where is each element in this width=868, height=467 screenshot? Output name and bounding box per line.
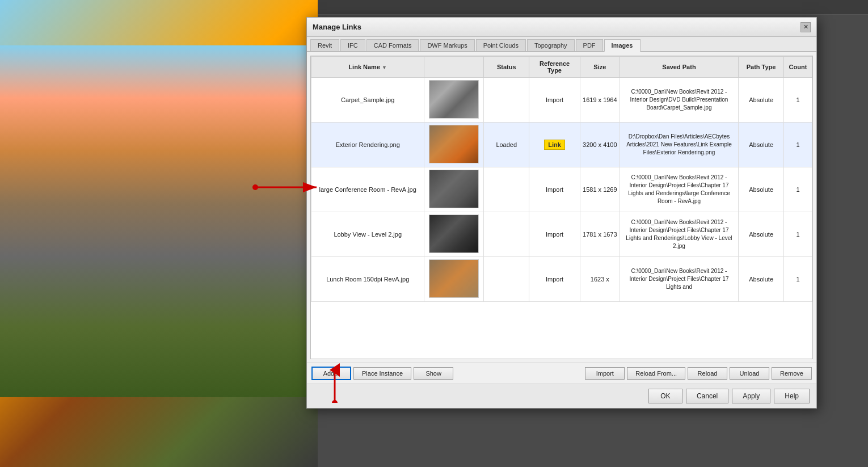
- col-header-path-type: Path Type: [739, 57, 784, 78]
- cell-status: [484, 167, 529, 212]
- table-row[interactable]: Carpet_Sample.jpg Import 1619 x 1964 C:\…: [311, 78, 812, 123]
- cell-reference-type: Import: [529, 78, 580, 123]
- remove-button[interactable]: Remove: [772, 367, 812, 380]
- table-row[interactable]: Exterior Rendering.png Loaded Link 3200 …: [311, 123, 812, 167]
- col-header-count: Count: [784, 57, 812, 78]
- add-button[interactable]: Add...: [311, 367, 351, 380]
- cell-reference-type: Import: [529, 167, 580, 212]
- cell-path-type: Absolute: [739, 212, 784, 257]
- thumbnail-2: [429, 170, 479, 208]
- cell-size: 1781 x 1673: [580, 212, 620, 257]
- tab-topography[interactable]: Topography: [527, 39, 575, 51]
- cell-saved-path: C:\0000_Dan\New Books\Revit 2012 - Inter…: [620, 78, 738, 123]
- tab-dwf-markups[interactable]: DWF Markups: [420, 39, 474, 51]
- cell-saved-path: D:\Dropbox\Dan Files\Articles\AECbytes A…: [620, 123, 738, 167]
- cell-path-type: Absolute: [739, 78, 784, 123]
- background-image: [0, 0, 318, 467]
- cell-reference-type: Import: [529, 257, 580, 302]
- cell-count: 1: [784, 212, 812, 257]
- cell-path-type: Absolute: [739, 123, 784, 167]
- cell-size: 1623 x: [580, 257, 620, 302]
- cell-link-name: Exterior Rendering.png: [311, 123, 424, 167]
- cell-count: 1: [784, 167, 812, 212]
- col-header-reference-type: Reference Type: [529, 57, 580, 78]
- table-row[interactable]: Lobby View - Level 2.jpg Import 1781 x 1…: [311, 212, 812, 257]
- tab-ifc[interactable]: IFC: [340, 39, 365, 51]
- cell-count: 1: [784, 123, 812, 167]
- show-button[interactable]: Show: [414, 367, 453, 380]
- help-button[interactable]: Help: [774, 389, 810, 403]
- cell-path-type: Absolute: [739, 257, 784, 302]
- cell-path-type: Absolute: [739, 167, 784, 212]
- ok-button[interactable]: OK: [648, 389, 682, 403]
- tab-point-clouds[interactable]: Point Clouds: [476, 39, 526, 51]
- cell-preview: [424, 257, 484, 302]
- cell-saved-path: C:\0000_Dan\New Books\Revit 2012 - Inter…: [620, 167, 738, 212]
- cell-preview: [424, 123, 484, 167]
- dialog-titlebar: Manage Links ✕: [307, 18, 816, 37]
- col-header-status: Status: [484, 57, 529, 78]
- unload-button[interactable]: Unload: [730, 367, 769, 380]
- manage-links-dialog: Manage Links ✕ Revit IFC CAD Formats DWF…: [306, 17, 817, 409]
- cell-status: [484, 212, 529, 257]
- dialog-close-button[interactable]: ✕: [800, 22, 811, 32]
- cell-saved-path: C:\0000_Dan\New Books\Revit 2012 - Inter…: [620, 212, 738, 257]
- col-header-saved-path: Saved Path: [620, 57, 738, 78]
- links-table: Link Name ▼ Status Reference Type Size S…: [311, 56, 812, 302]
- cell-link-name: Lobby View - Level 2.jpg: [311, 212, 424, 257]
- cell-link-name: large Conference Room - RevA.jpg: [311, 167, 424, 212]
- thumbnail-0: [429, 80, 479, 119]
- tab-images[interactable]: Images: [604, 39, 641, 52]
- import-button[interactable]: Import: [585, 367, 625, 380]
- dialog-footer: OK Cancel Apply Help: [307, 384, 816, 408]
- dialog-tab-strip: Revit IFC CAD Formats DWF Markups Point …: [307, 37, 816, 52]
- sort-arrow-icon: ▼: [382, 65, 387, 70]
- cell-link-name: Lunch Room 150dpi RevA.jpg: [311, 257, 424, 302]
- cell-status: [484, 78, 529, 123]
- links-table-container[interactable]: Link Name ▼ Status Reference Type Size S…: [310, 56, 813, 359]
- cell-size: 1619 x 1964: [580, 78, 620, 123]
- table-header-row: Link Name ▼ Status Reference Type Size S…: [311, 57, 812, 78]
- cell-preview: [424, 212, 484, 257]
- tab-pdf[interactable]: PDF: [576, 39, 603, 51]
- thumbnail-4: [429, 259, 479, 298]
- cell-reference-type: Import: [529, 212, 580, 257]
- col-header-link-name: Link Name ▼: [311, 57, 424, 78]
- cell-count: 1: [784, 78, 812, 123]
- thumbnail-1: [429, 125, 479, 163]
- table-body: Carpet_Sample.jpg Import 1619 x 1964 C:\…: [311, 78, 812, 302]
- cell-size: 1581 x 1269: [580, 167, 620, 212]
- place-instance-button[interactable]: Place Instance: [353, 367, 411, 380]
- link-badge: Link: [544, 140, 565, 150]
- cell-saved-path: C:\0000_Dan\New Books\Revit 2012 - Inter…: [620, 257, 738, 302]
- thumbnail-3: [429, 214, 479, 253]
- dialog-title: Manage Links: [313, 23, 361, 31]
- cell-preview: [424, 167, 484, 212]
- building-illustration: [0, 45, 318, 397]
- cell-reference-type: Link: [529, 123, 580, 167]
- table-row[interactable]: large Conference Room - RevA.jpg Import …: [311, 167, 812, 212]
- cell-link-name: Carpet_Sample.jpg: [311, 78, 424, 123]
- col-header-size: Size: [580, 57, 620, 78]
- cell-size: 3200 x 4100: [580, 123, 620, 167]
- cancel-button[interactable]: Cancel: [686, 389, 728, 403]
- action-buttons-row: Add... Place Instance Show Import Reload…: [307, 363, 816, 384]
- table-row[interactable]: Lunch Room 150dpi RevA.jpg Import 1623 x…: [311, 257, 812, 302]
- tab-cad-formats[interactable]: CAD Formats: [366, 39, 419, 51]
- apply-button[interactable]: Apply: [732, 389, 770, 403]
- tab-revit[interactable]: Revit: [310, 39, 339, 51]
- col-header-preview: [424, 57, 484, 78]
- reload-button[interactable]: Reload: [688, 367, 727, 380]
- cell-status: Loaded: [484, 123, 529, 167]
- cell-preview: [424, 78, 484, 123]
- cell-count: 1: [784, 257, 812, 302]
- reload-from-button[interactable]: Reload From...: [627, 367, 685, 380]
- cell-status: [484, 257, 529, 302]
